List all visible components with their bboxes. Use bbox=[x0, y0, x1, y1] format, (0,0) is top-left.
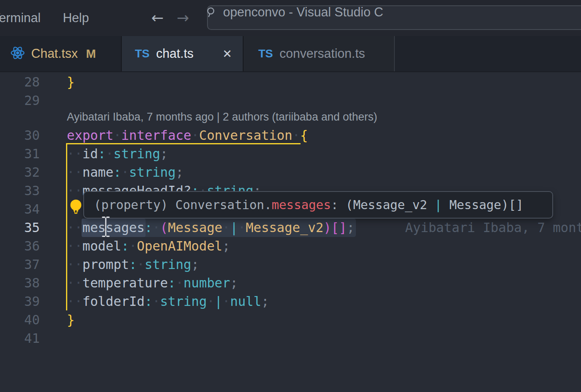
typescript-icon: TS bbox=[135, 47, 150, 60]
menu-terminal[interactable]: Terminal bbox=[0, 8, 45, 28]
code-line-32[interactable]: ··name:·string; bbox=[67, 163, 184, 182]
code-line-31[interactable]: ··id:·string; bbox=[67, 145, 168, 163]
vscode-window: Terminal Help ← → openconvo - Visual Stu… bbox=[0, 0, 581, 392]
tab-conversation-ts[interactable]: TS conversation.ts bbox=[243, 36, 395, 71]
code-line-28[interactable]: } bbox=[67, 73, 75, 91]
code-line-38[interactable]: ··temperature:·number; bbox=[67, 274, 238, 292]
bracket-guide-vertical bbox=[66, 143, 67, 310]
code-content[interactable]: }export·interface·Conversation·{··id:·st… bbox=[0, 72, 581, 392]
bracket-guide-horizontal bbox=[66, 143, 301, 144]
typescript-icon: TS bbox=[258, 47, 273, 60]
modified-badge: M bbox=[86, 47, 96, 61]
tab-label: Chat.tsx bbox=[31, 46, 78, 61]
code-editor[interactable]: 2829303132333435363738394041 }export·int… bbox=[0, 72, 581, 392]
menu-help[interactable]: Help bbox=[59, 8, 93, 28]
lightbulb-icon[interactable] bbox=[68, 198, 84, 219]
tab-bar: Chat.tsx M TS chat.ts ✕ TS conversation.… bbox=[0, 36, 581, 72]
hover-tooltip: (property) Conversation.messages: (Messa… bbox=[83, 191, 553, 219]
code-line-37[interactable]: ··prompt:·string; bbox=[67, 255, 199, 274]
code-line-40[interactable]: } bbox=[67, 311, 75, 329]
search-icon bbox=[205, 6, 218, 21]
hover-tooltip-text: (property) Conversation.messages: (Messa… bbox=[94, 198, 524, 212]
close-tab-icon[interactable]: ✕ bbox=[223, 47, 232, 61]
tab-label: conversation.ts bbox=[280, 46, 365, 61]
forward-arrow-button[interactable]: → bbox=[177, 11, 189, 25]
tab-chat-tsx[interactable]: Chat.tsx M bbox=[0, 36, 122, 71]
tab-chat-ts[interactable]: TS chat.ts ✕ bbox=[122, 36, 243, 71]
code-line-30[interactable]: export·interface·Conversation·{ bbox=[67, 126, 308, 145]
back-arrow-button[interactable]: ← bbox=[151, 11, 164, 25]
code-line-39[interactable]: ··folderId:·string·|·null; bbox=[67, 292, 269, 311]
code-line-36[interactable]: ··model:·OpenAIModel; bbox=[67, 237, 230, 255]
tab-label: chat.ts bbox=[156, 46, 194, 61]
title-bar: Terminal Help ← → openconvo - Visual Stu… bbox=[0, 0, 581, 36]
react-icon bbox=[11, 46, 25, 62]
window-title: openconvo - Visual Studio C bbox=[223, 5, 383, 20]
mouse-cursor-ibeam bbox=[100, 216, 111, 241]
